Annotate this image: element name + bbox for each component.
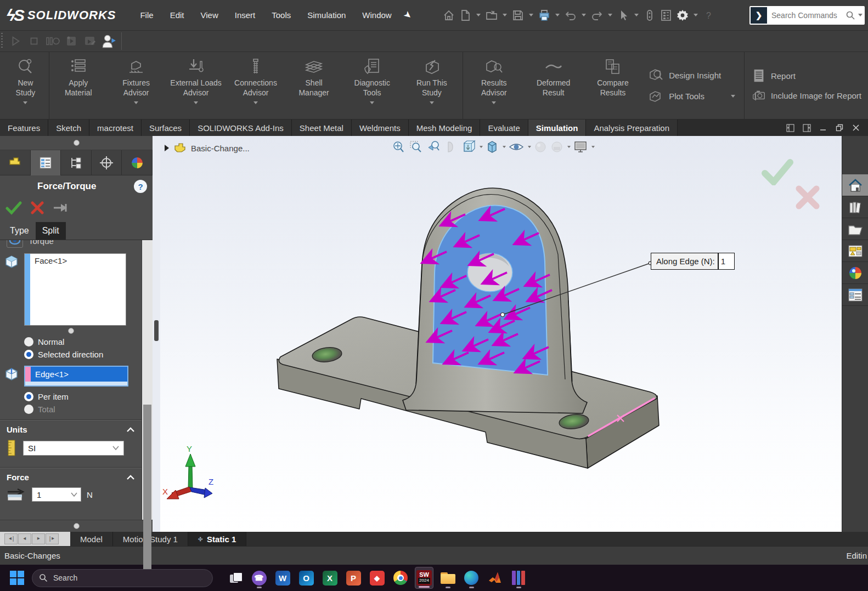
outlook-app[interactable]: O	[297, 567, 315, 589]
design-library-tab[interactable]	[842, 196, 868, 218]
graphics-viewport[interactable]: Basic-Change...	[160, 136, 842, 532]
include-image-for-report-button[interactable]: Include Image for Report	[751, 88, 861, 103]
winrar-app[interactable]	[509, 567, 528, 589]
displaymanager-tab[interactable]	[122, 150, 153, 175]
report-button[interactable]: Report	[751, 68, 861, 83]
view-settings-icon[interactable]	[573, 139, 588, 155]
per-item-radio[interactable]	[24, 392, 33, 401]
edge-app[interactable]	[462, 567, 481, 589]
custom-properties-tab[interactable]	[842, 284, 868, 306]
panel-scrollbar[interactable]	[142, 240, 153, 520]
new-document-caret[interactable]	[476, 14, 481, 16]
per-item-option[interactable]: Per item	[0, 387, 142, 401]
mouse-gestures-icon[interactable]	[642, 7, 657, 24]
hide-show-items-icon[interactable]	[508, 139, 525, 155]
taskbar-search[interactable]: Search	[32, 569, 213, 587]
torque-option-clipped[interactable]: Torque	[0, 240, 142, 249]
scrollbar-thumb[interactable]	[143, 405, 151, 569]
home-button[interactable]	[441, 7, 456, 24]
face-selection-listbox[interactable]: Face<1>	[24, 253, 126, 326]
panel-drag-handle[interactable]	[74, 140, 80, 146]
model-3d-view[interactable]: Y X Z	[160, 136, 842, 532]
document-name[interactable]: Basic-Change...	[191, 144, 250, 153]
undo-caret[interactable]	[582, 14, 586, 16]
save-button[interactable]	[510, 7, 526, 24]
menu-view[interactable]: View	[200, 10, 218, 20]
solidworks-app[interactable]: SW2024	[415, 567, 433, 589]
featuremanager-tree-tab[interactable]	[0, 150, 31, 175]
open-caret[interactable]	[503, 14, 507, 16]
appearances-scenes-tab[interactable]	[842, 262, 868, 284]
print-button[interactable]	[537, 7, 552, 24]
menu-file[interactable]: File	[140, 10, 153, 20]
total-radio[interactable]	[24, 405, 33, 414]
tab-weldments[interactable]: Weldments	[352, 120, 409, 136]
static-study-tab[interactable]: ✣Static 1	[188, 532, 246, 546]
redo-caret[interactable]	[608, 14, 612, 16]
tab-solidworks-add-ins[interactable]: SOLIDWORKS Add-Ins	[190, 120, 292, 136]
run-this-study-button[interactable]: Run This Study	[402, 52, 461, 119]
ok-button[interactable]	[5, 201, 22, 215]
tab-macrotest[interactable]: macrotest	[89, 120, 142, 136]
confirmation-cancel-watermark[interactable]	[796, 185, 820, 209]
force-callout[interactable]: Along Edge (N): 1	[651, 253, 735, 270]
plot-tools-flyout[interactable]	[731, 95, 735, 98]
search-caret[interactable]	[858, 14, 863, 16]
powerpoint-app[interactable]: P	[344, 567, 363, 589]
search-icon[interactable]	[845, 10, 856, 21]
tab-analysis-preparation[interactable]: Analysis Preparation	[586, 120, 678, 136]
command-search[interactable]: ❯ Search Commands	[749, 6, 865, 25]
fixtures-advisor-button[interactable]: Fixtures Advisor	[106, 52, 166, 119]
view-palette-tab[interactable]	[842, 240, 868, 262]
toolbar-grip[interactable]	[1, 33, 3, 49]
apply-material-button[interactable]: Apply Material	[50, 52, 106, 119]
user-login-icon[interactable]	[99, 33, 118, 49]
keep-visible-pin-button[interactable]	[53, 202, 69, 214]
units-section-header[interactable]: Units	[0, 420, 142, 436]
display-style-icon[interactable]	[485, 139, 499, 155]
view-orientation-caret[interactable]	[480, 146, 483, 148]
file-explorer-tab[interactable]	[842, 218, 868, 240]
select-caret[interactable]	[634, 14, 639, 16]
last-tab-button[interactable]: |⯈	[46, 533, 59, 544]
print-caret[interactable]	[555, 14, 560, 16]
view-settings-caret[interactable]	[591, 146, 595, 148]
selection-box-resize-handle[interactable]	[68, 328, 74, 334]
options-list-icon[interactable]	[658, 7, 674, 24]
configurationmanager-tab[interactable]	[61, 150, 92, 175]
select-cursor-button[interactable]	[616, 7, 631, 24]
file-explorer-app[interactable]	[438, 567, 457, 589]
tab-simulation[interactable]: Simulation	[528, 120, 587, 136]
start-button[interactable]	[8, 567, 26, 589]
magnified-selection-icon[interactable]	[426, 139, 441, 155]
redo-button[interactable]	[589, 7, 605, 24]
normal-radio[interactable]	[24, 337, 33, 346]
tab-mesh-modeling[interactable]: Mesh Modeling	[409, 120, 481, 136]
results-advisor-button[interactable]: Results Advisor	[464, 52, 523, 119]
view-orientation-icon[interactable]	[461, 139, 476, 155]
next-tab-button[interactable]: ⯈	[32, 533, 45, 544]
settings-caret[interactable]	[694, 14, 698, 16]
deformed-result-button[interactable]: Deformed Result	[523, 52, 583, 119]
shell-manager-button[interactable]: Shell Manager	[285, 52, 342, 119]
prev-tab-button[interactable]: ⯇	[18, 533, 31, 544]
close-button[interactable]	[852, 123, 860, 132]
settings-gear-icon[interactable]	[675, 7, 690, 24]
pane-left-icon[interactable]	[786, 123, 794, 132]
zoom-to-area-icon[interactable]	[408, 139, 424, 155]
connections-advisor-flyout[interactable]	[253, 101, 258, 104]
new-study-flyout[interactable]	[23, 101, 27, 104]
apply-scene-caret[interactable]	[567, 146, 571, 148]
total-option[interactable]: Total	[0, 401, 142, 414]
chrome-app[interactable]	[391, 567, 410, 589]
diagnostic-tools-flyout[interactable]	[370, 101, 374, 104]
direction-selection-listbox[interactable]: Edge<1>	[24, 366, 128, 387]
save-caret[interactable]	[529, 14, 533, 16]
callout-value-input[interactable]: 1	[718, 253, 734, 269]
flyout-tree-expander[interactable]	[165, 145, 169, 151]
selected-direction-option[interactable]: Selected direction	[0, 346, 142, 359]
panel-splitter[interactable]	[153, 136, 160, 532]
minimize-button[interactable]	[819, 123, 827, 132]
collapse-chevron-icon[interactable]	[126, 475, 135, 480]
design-insight-button[interactable]: Design Insight	[648, 67, 737, 83]
